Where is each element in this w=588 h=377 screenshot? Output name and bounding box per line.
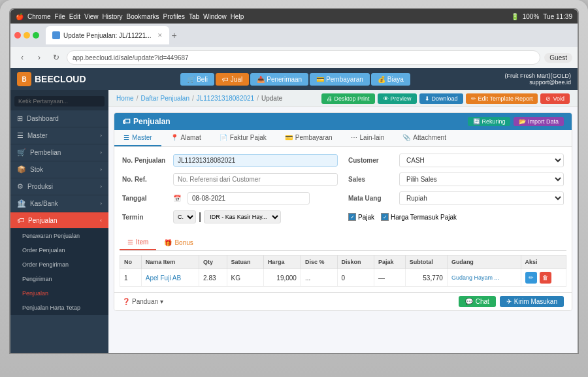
edit-menu[interactable]: Edit	[69, 13, 80, 20]
table-tab-bonus[interactable]: 🎁 Bonus	[156, 235, 201, 250]
app-topnav: B BEECLOUD 🛒 Beli 🏷 Jual 📥 Penerimaan	[10, 68, 578, 90]
preview-btn[interactable]: 👁 Preview	[378, 93, 417, 104]
sidebar-search-input[interactable]	[14, 96, 105, 107]
termin-kas-select[interactable]: IDR - Kas Kasir Hay...	[204, 210, 281, 223]
item-tab-icon: ☰	[127, 238, 133, 246]
sidebar-item-master[interactable]: ☰ Master ›	[10, 127, 108, 144]
menu-beli[interactable]: 🛒 Beli	[180, 73, 214, 86]
td-harga[interactable]: 19,000	[263, 269, 301, 287]
sub-item-harta-tetap[interactable]: Penjualan Harta Tetap	[10, 301, 108, 315]
rekuring-btn[interactable]: 🔄 Rekuring	[468, 117, 511, 126]
no-penjualan-input[interactable]	[173, 154, 338, 167]
import-icon: 📂	[519, 118, 526, 125]
penjualan-arrow: ‹	[100, 218, 102, 223]
new-tab-btn[interactable]: +	[172, 30, 177, 41]
sidebar-item-pembelian[interactable]: 🛒 Pembelian ›	[10, 144, 108, 161]
help-menu[interactable]: Help	[231, 13, 244, 20]
minimize-dot[interactable]	[24, 32, 30, 39]
sidebar-item-stok[interactable]: 📦 Stok ›	[10, 161, 108, 178]
view-menu[interactable]: View	[84, 13, 99, 20]
no-ref-input[interactable]	[173, 173, 338, 186]
td-disc[interactable]: ...	[301, 269, 337, 287]
kirim-icon: ✈	[506, 298, 512, 305]
breadcrumb-id[interactable]: JL11231318082021	[197, 95, 254, 102]
termin-select-sm[interactable]: C...	[173, 210, 196, 223]
back-btn[interactable]: ‹	[16, 51, 29, 64]
bookmarks-menu[interactable]: Bookmarks	[127, 13, 159, 20]
sub-item-order[interactable]: Order Penjualan	[10, 243, 108, 257]
tab-close-btn[interactable]: ✕	[157, 32, 163, 39]
address-bar[interactable]: app.beecloud.id/sale/update?id=449687	[67, 50, 540, 65]
menu-penerimaan[interactable]: 📥 Penerimaan	[250, 73, 308, 86]
forward-btn[interactable]: ›	[33, 51, 46, 64]
edit-icon[interactable]: ✏	[525, 272, 537, 284]
td-gudang[interactable]: Gudang Hayam ...	[447, 269, 521, 287]
sales-select[interactable]: Pilih Sales	[399, 172, 564, 186]
table-header-row: No Nama Item Qty Satuan Harga Disc % Dis…	[120, 255, 566, 269]
tab-faktur[interactable]: 📄 Faktur Pajak	[210, 130, 276, 146]
download-btn[interactable]: ⬇ Download	[419, 93, 463, 104]
form-body: No. Penjualan Customer CASH	[114, 147, 572, 235]
breadcrumb-home[interactable]: Home	[116, 95, 134, 102]
breadcrumb-daftar[interactable]: Daftar Penjualan	[140, 95, 189, 102]
chat-label: Chat	[476, 298, 489, 305]
battery-pct: 100%	[523, 13, 540, 20]
tab-menu[interactable]: Tab	[189, 13, 199, 20]
table-tab-item[interactable]: ☰ Item	[120, 235, 156, 250]
tab-attachment[interactable]: 📎 Attachment	[393, 130, 455, 146]
tab-lain[interactable]: ⋯ Lain-lain	[342, 130, 394, 146]
import-btn[interactable]: 📂 Import Data	[514, 117, 564, 126]
sub-item-penjualan-active[interactable]: Penjualan	[10, 286, 108, 301]
close-dot[interactable]	[14, 32, 21, 39]
sub-item-order-pengiriman[interactable]: Order Pengiriman	[10, 257, 108, 272]
history-menu[interactable]: History	[102, 13, 122, 20]
harga-checkbox-item[interactable]: ✓ Harga Termasuk Pajak	[381, 213, 457, 221]
sidebar-item-produksi[interactable]: ⚙ Produksi ›	[10, 178, 108, 195]
tab-pembayaran[interactable]: 💳 Pembayaran	[276, 130, 342, 146]
desktop-print-btn[interactable]: 🖨 Desktop Print	[321, 93, 375, 104]
print-icon: 🖨	[327, 95, 333, 102]
delete-icon[interactable]: 🗑	[540, 272, 551, 284]
penerimaan-icon: 📥	[257, 76, 265, 83]
td-no: 1	[120, 269, 142, 287]
menu-jual[interactable]: 🏷 Jual	[216, 73, 249, 86]
file-menu[interactable]: File	[55, 13, 65, 20]
void-btn[interactable]: ⊘ Void	[540, 93, 570, 104]
kirim-btn[interactable]: ✈ Kirim Masukan	[500, 296, 564, 307]
sidebar-item-penjualan[interactable]: 🏷 Penjualan ‹	[10, 212, 108, 229]
pembayaran-tab-icon: 💳	[285, 134, 293, 141]
penjualan-sub-label: Penjualan	[22, 290, 48, 297]
download-icon: ⬇	[425, 95, 430, 102]
chat-btn[interactable]: 💬 Chat	[459, 296, 496, 307]
battery-icon: 🔋	[511, 13, 519, 20]
user-info: (Fruit Fresh Mart)(GOLD) support@bee.id	[504, 73, 571, 86]
maximize-dot[interactable]	[33, 32, 39, 39]
menu-pembayaran[interactable]: 💳 Pembayaran	[310, 73, 370, 86]
sub-item-penawaran[interactable]: Penawaran Penjualan	[10, 229, 108, 243]
td-diskon[interactable]: 0	[337, 269, 374, 287]
harga-checkbox[interactable]: ✓	[381, 213, 389, 221]
sidebar-item-kasbank[interactable]: 🏦 Kas/Bank ›	[10, 195, 108, 212]
template-btn[interactable]: ✏ Edit Template Report	[466, 93, 538, 104]
customer-select[interactable]: CASH	[399, 154, 564, 167]
td-nama[interactable]: Apel Fuji AB	[141, 269, 199, 287]
panduan-btn[interactable]: ❓ Panduan ▾	[122, 298, 163, 305]
tab-alamat[interactable]: 📍 Alamat	[161, 130, 210, 146]
pajak-checkbox[interactable]: ✓	[348, 213, 356, 221]
tanggal-input[interactable]	[188, 192, 310, 205]
sidebar-item-dashboard[interactable]: ⊞ Dashboard	[10, 110, 108, 127]
menu-biaya[interactable]: 💰 Biaya	[371, 73, 410, 86]
stok-label: Stok	[30, 166, 43, 173]
td-satuan: KG	[227, 269, 263, 287]
mata-uang-select[interactable]: Rupiah	[399, 191, 564, 205]
profiles-menu[interactable]: Profiles	[163, 13, 185, 20]
reload-btn[interactable]: ↻	[50, 51, 63, 64]
td-qty[interactable]: 2.83	[199, 269, 227, 287]
chrome-tab[interactable]: Update Penjualan: JL/11221... ✕	[46, 26, 169, 44]
macos-bar-right: 🔋 100% Tue 11:39	[511, 13, 572, 20]
tab-master[interactable]: ☰ Master	[114, 130, 161, 146]
window-menu[interactable]: Window	[203, 13, 227, 20]
sub-item-pengiriman[interactable]: Pengiriman	[10, 272, 108, 286]
pajak-checkbox-item[interactable]: ✓ Pajak	[348, 213, 374, 221]
kirim-label: Kirim Masukan	[514, 298, 557, 305]
